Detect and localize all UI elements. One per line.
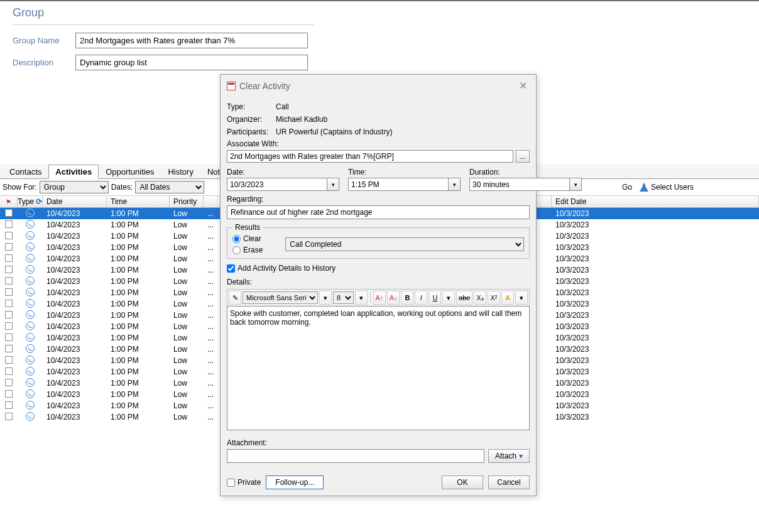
cell-time: 1:00 PM — [107, 209, 170, 218]
cell-priority: Low — [170, 345, 204, 354]
ok-button[interactable]: OK — [442, 475, 483, 489]
cell-date: 10/4/2023 — [43, 243, 107, 252]
col-edit[interactable]: Edit Date — [552, 196, 759, 207]
date-picker-button[interactable]: ▾ — [327, 178, 339, 191]
font-color-dropdown-button[interactable]: ▾ — [515, 291, 528, 305]
cell-edit-date: 10/3/2023 — [552, 277, 759, 286]
cell-time: 1:00 PM — [107, 367, 170, 376]
details-label: Details: — [227, 278, 530, 286]
cell-date: 10/4/2023 — [43, 345, 107, 354]
group-desc-input[interactable] — [75, 55, 308, 70]
strike-button[interactable]: abe — [456, 291, 472, 305]
row-checkbox[interactable] — [5, 311, 13, 318]
row-checkbox[interactable] — [5, 345, 13, 352]
row-checkbox[interactable] — [5, 390, 13, 398]
row-checkbox[interactable] — [5, 356, 13, 364]
cell-priority: Low — [170, 232, 204, 241]
private-checkbox[interactable]: Private — [227, 478, 261, 487]
row-checkbox[interactable] — [5, 232, 13, 239]
row-checkbox[interactable] — [5, 220, 13, 228]
row-checkbox[interactable] — [5, 300, 13, 307]
underline-button[interactable]: U — [429, 291, 441, 305]
subscript-button[interactable]: X₂ — [474, 291, 486, 305]
col-date[interactable]: Date — [43, 196, 107, 207]
dialog-title: Clear Activity — [239, 81, 516, 91]
dates-select[interactable]: All Dates — [135, 181, 204, 193]
cell-date: 10/4/2023 — [43, 209, 107, 218]
add-history-checkbox[interactable]: Add Activity Details to History — [227, 264, 530, 273]
row-checkbox[interactable] — [5, 401, 13, 409]
tab-contacts[interactable]: Contacts — [3, 165, 48, 178]
duration-input[interactable] — [469, 178, 569, 191]
row-checkbox[interactable] — [5, 322, 13, 330]
erase-radio[interactable]: Erase — [232, 246, 263, 254]
regarding-input[interactable] — [227, 205, 530, 219]
underline-dropdown-button[interactable]: ▾ — [442, 291, 455, 305]
cell-priority: Low — [170, 288, 204, 297]
col-type[interactable]: Type⟳ — [18, 196, 43, 207]
cell-date: 10/4/2023 — [43, 300, 107, 308]
tab-opportunities[interactable]: Opportunities — [99, 165, 161, 178]
go-button[interactable]: Go — [617, 182, 637, 192]
cell-date: 10/4/2023 — [43, 413, 107, 421]
cell-date: 10/4/2023 — [43, 311, 107, 320]
size-dropdown-button[interactable]: ▾ — [355, 291, 368, 305]
row-checkbox[interactable] — [5, 277, 13, 285]
associate-input[interactable] — [227, 150, 513, 163]
shrink-font-button[interactable]: A↓ — [387, 291, 400, 305]
row-checkbox[interactable] — [5, 413, 13, 420]
refresh-icon[interactable]: ⟳ — [36, 197, 42, 206]
font-color-button[interactable]: A — [501, 291, 514, 305]
size-select[interactable]: 8 — [333, 291, 354, 304]
row-checkbox[interactable] — [5, 379, 13, 386]
row-checkbox[interactable] — [5, 243, 13, 251]
row-checkbox[interactable] — [5, 209, 13, 217]
tab-activities[interactable]: Activities — [48, 165, 99, 179]
cell-time: 1:00 PM — [107, 300, 170, 308]
attachment-input[interactable] — [227, 449, 484, 463]
date-input[interactable] — [227, 178, 327, 191]
call-icon — [26, 367, 35, 376]
row-checkbox[interactable] — [5, 254, 13, 262]
cell-edit-date: 10/3/2023 — [552, 322, 759, 331]
cell-date: 10/4/2023 — [43, 334, 107, 342]
row-checkbox[interactable] — [5, 266, 13, 273]
cancel-button[interactable]: Cancel — [488, 475, 530, 489]
attach-button[interactable]: Attach▾ — [488, 449, 530, 463]
associate-browse-button[interactable]: ... — [516, 150, 530, 163]
cell-date: 10/4/2023 — [43, 277, 107, 286]
cell-time: 1:00 PM — [107, 243, 170, 252]
grow-font-button[interactable]: A↑ — [373, 291, 386, 305]
close-button[interactable]: ✕ — [516, 80, 530, 92]
font-dropdown-button[interactable]: ▾ — [319, 291, 332, 305]
col-flag[interactable]: ⚑ — [0, 196, 18, 207]
time-input[interactable] — [348, 178, 448, 191]
italic-button[interactable]: I — [415, 291, 427, 305]
cell-priority: Low — [170, 220, 204, 229]
select-users-button[interactable]: Select Users — [640, 183, 694, 192]
result-select[interactable]: Call Completed — [285, 237, 524, 251]
call-icon — [26, 288, 35, 296]
highlight-button[interactable]: ✎ — [229, 291, 241, 305]
clear-radio[interactable]: Clear — [232, 234, 263, 243]
col-time[interactable]: Time — [107, 196, 170, 207]
cell-date: 10/4/2023 — [43, 266, 107, 274]
row-checkbox[interactable] — [5, 334, 13, 341]
cell-date: 10/4/2023 — [43, 254, 107, 263]
bold-button[interactable]: B — [401, 291, 413, 305]
time-picker-button[interactable]: ▾ — [448, 178, 461, 191]
row-checkbox[interactable] — [5, 367, 13, 375]
calendar-icon — [227, 82, 236, 90]
group-name-input[interactable] — [75, 33, 308, 48]
followup-button[interactable]: Follow-up... — [266, 475, 324, 489]
tab-history[interactable]: History — [161, 165, 200, 178]
duration-picker-button[interactable]: ▾ — [569, 178, 582, 191]
superscript-button[interactable]: X² — [488, 291, 500, 305]
show-for-select[interactable]: Group — [40, 181, 109, 193]
cell-edit-date: 10/3/2023 — [552, 413, 759, 421]
dialog-header[interactable]: Clear Activity ✕ — [221, 75, 536, 97]
details-textarea[interactable]: Spoke with customer, completed loan appl… — [227, 306, 530, 430]
row-checkbox[interactable] — [5, 288, 13, 296]
col-priority[interactable]: Priority — [170, 196, 204, 207]
font-select[interactable]: Microsoft Sans Serif — [243, 291, 318, 304]
